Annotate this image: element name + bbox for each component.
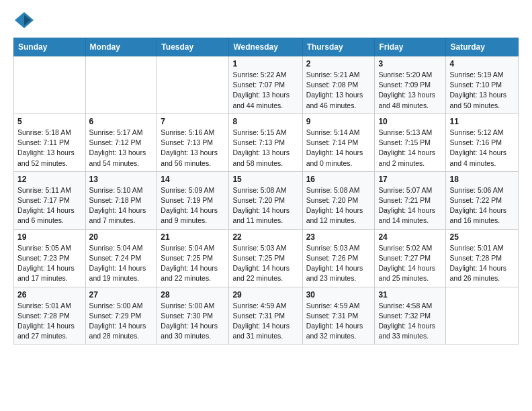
day-cell: 14Sunrise: 5:09 AM Sunset: 7:19 PM Dayli… — [157, 171, 229, 229]
week-row-3: 12Sunrise: 5:11 AM Sunset: 7:17 PM Dayli… — [14, 171, 519, 229]
day-cell: 27Sunrise: 5:00 AM Sunset: 7:29 PM Dayli… — [85, 287, 157, 345]
week-row-1: 1Sunrise: 5:22 AM Sunset: 7:07 PM Daylig… — [14, 56, 519, 114]
day-info: Sunrise: 5:09 AM Sunset: 7:19 PM Dayligh… — [161, 185, 225, 226]
day-info: Sunrise: 5:15 AM Sunset: 7:13 PM Dayligh… — [232, 128, 298, 169]
day-info: Sunrise: 5:06 AM Sunset: 7:22 PM Dayligh… — [449, 185, 515, 226]
day-number: 3 — [378, 59, 442, 68]
day-cell: 6Sunrise: 5:17 AM Sunset: 7:12 PM Daylig… — [85, 113, 157, 171]
header-cell-sunday: Sunday — [14, 38, 86, 56]
day-cell — [14, 56, 86, 114]
day-info: Sunrise: 5:01 AM Sunset: 7:28 PM Dayligh… — [449, 243, 515, 284]
day-cell: 4Sunrise: 5:19 AM Sunset: 7:10 PM Daylig… — [446, 56, 519, 114]
day-info: Sunrise: 4:59 AM Sunset: 7:31 PM Dayligh… — [232, 301, 298, 342]
day-cell: 26Sunrise: 5:01 AM Sunset: 7:28 PM Dayli… — [14, 287, 86, 345]
header-row: SundayMondayTuesdayWednesdayThursdayFrid… — [14, 38, 519, 56]
logo-icon — [13, 11, 35, 30]
header-cell-friday: Friday — [375, 38, 446, 56]
day-info: Sunrise: 5:00 AM Sunset: 7:29 PM Dayligh… — [89, 301, 154, 342]
day-number: 16 — [306, 175, 371, 184]
day-info: Sunrise: 5:12 AM Sunset: 7:16 PM Dayligh… — [449, 128, 515, 169]
day-cell: 30Sunrise: 4:59 AM Sunset: 7:31 PM Dayli… — [302, 287, 375, 345]
day-cell: 20Sunrise: 5:04 AM Sunset: 7:24 PM Dayli… — [85, 229, 157, 287]
day-info: Sunrise: 5:17 AM Sunset: 7:12 PM Dayligh… — [89, 128, 154, 169]
day-number: 8 — [232, 117, 298, 126]
day-cell: 8Sunrise: 5:15 AM Sunset: 7:13 PM Daylig… — [229, 113, 302, 171]
day-info: Sunrise: 5:07 AM Sunset: 7:21 PM Dayligh… — [378, 185, 442, 226]
header-cell-thursday: Thursday — [302, 38, 375, 56]
day-info: Sunrise: 5:03 AM Sunset: 7:25 PM Dayligh… — [232, 243, 298, 284]
day-number: 25 — [449, 232, 515, 242]
day-cell: 29Sunrise: 4:59 AM Sunset: 7:31 PM Dayli… — [229, 287, 302, 345]
day-number: 19 — [17, 232, 82, 242]
day-number: 20 — [89, 232, 154, 242]
day-cell: 31Sunrise: 4:58 AM Sunset: 7:32 PM Dayli… — [375, 287, 446, 345]
day-cell: 7Sunrise: 5:16 AM Sunset: 7:13 PM Daylig… — [157, 113, 229, 171]
day-cell: 18Sunrise: 5:06 AM Sunset: 7:22 PM Dayli… — [446, 171, 519, 229]
day-number: 30 — [306, 290, 371, 300]
day-info: Sunrise: 5:16 AM Sunset: 7:13 PM Dayligh… — [161, 128, 225, 169]
day-number: 2 — [306, 59, 371, 68]
day-cell: 17Sunrise: 5:07 AM Sunset: 7:21 PM Dayli… — [375, 171, 446, 229]
day-number: 9 — [306, 117, 371, 126]
day-number: 24 — [378, 232, 442, 242]
day-cell: 16Sunrise: 5:08 AM Sunset: 7:20 PM Dayli… — [302, 171, 375, 229]
day-info: Sunrise: 4:58 AM Sunset: 7:32 PM Dayligh… — [378, 301, 442, 342]
day-info: Sunrise: 5:10 AM Sunset: 7:18 PM Dayligh… — [89, 185, 154, 226]
day-info: Sunrise: 5:19 AM Sunset: 7:10 PM Dayligh… — [449, 70, 515, 111]
day-info: Sunrise: 5:05 AM Sunset: 7:23 PM Dayligh… — [17, 243, 82, 284]
day-cell: 5Sunrise: 5:18 AM Sunset: 7:11 PM Daylig… — [14, 113, 86, 171]
day-cell: 2Sunrise: 5:21 AM Sunset: 7:08 PM Daylig… — [302, 56, 375, 114]
day-info: Sunrise: 5:04 AM Sunset: 7:24 PM Dayligh… — [89, 243, 154, 284]
day-info: Sunrise: 5:01 AM Sunset: 7:28 PM Dayligh… — [17, 301, 82, 342]
week-row-5: 26Sunrise: 5:01 AM Sunset: 7:28 PM Dayli… — [14, 287, 519, 345]
day-info: Sunrise: 5:21 AM Sunset: 7:08 PM Dayligh… — [306, 70, 371, 111]
day-number: 13 — [89, 175, 154, 184]
day-cell: 15Sunrise: 5:08 AM Sunset: 7:20 PM Dayli… — [229, 171, 302, 229]
day-number: 1 — [232, 59, 298, 68]
header-cell-saturday: Saturday — [446, 38, 519, 56]
day-number: 10 — [378, 117, 442, 126]
day-cell — [446, 287, 519, 345]
day-number: 6 — [89, 117, 154, 126]
day-info: Sunrise: 5:20 AM Sunset: 7:09 PM Dayligh… — [378, 70, 442, 111]
day-cell: 21Sunrise: 5:04 AM Sunset: 7:25 PM Dayli… — [157, 229, 229, 287]
day-number: 14 — [161, 175, 225, 184]
day-cell: 22Sunrise: 5:03 AM Sunset: 7:25 PM Dayli… — [229, 229, 302, 287]
day-number: 17 — [378, 175, 442, 184]
day-info: Sunrise: 5:02 AM Sunset: 7:27 PM Dayligh… — [378, 243, 442, 284]
day-number: 23 — [306, 232, 371, 242]
day-info: Sunrise: 5:08 AM Sunset: 7:20 PM Dayligh… — [306, 185, 371, 226]
day-cell: 13Sunrise: 5:10 AM Sunset: 7:18 PM Dayli… — [85, 171, 157, 229]
day-number: 22 — [232, 232, 298, 242]
day-info: Sunrise: 5:18 AM Sunset: 7:11 PM Dayligh… — [17, 128, 82, 169]
header-cell-wednesday: Wednesday — [229, 38, 302, 56]
day-cell: 28Sunrise: 5:00 AM Sunset: 7:30 PM Dayli… — [157, 287, 229, 345]
day-info: Sunrise: 5:11 AM Sunset: 7:17 PM Dayligh… — [17, 185, 82, 226]
day-info: Sunrise: 5:03 AM Sunset: 7:26 PM Dayligh… — [306, 243, 371, 284]
day-cell: 11Sunrise: 5:12 AM Sunset: 7:16 PM Dayli… — [446, 113, 519, 171]
day-number: 28 — [161, 290, 225, 300]
day-number: 7 — [161, 117, 225, 126]
day-cell: 9Sunrise: 5:14 AM Sunset: 7:14 PM Daylig… — [302, 113, 375, 171]
week-row-4: 19Sunrise: 5:05 AM Sunset: 7:23 PM Dayli… — [14, 229, 519, 287]
day-number: 18 — [449, 175, 515, 184]
header — [13, 11, 519, 30]
day-cell — [85, 56, 157, 114]
day-info: Sunrise: 5:04 AM Sunset: 7:25 PM Dayligh… — [161, 243, 225, 284]
day-cell — [157, 56, 229, 114]
day-info: Sunrise: 5:08 AM Sunset: 7:20 PM Dayligh… — [232, 185, 298, 226]
day-cell: 12Sunrise: 5:11 AM Sunset: 7:17 PM Dayli… — [14, 171, 86, 229]
day-number: 11 — [449, 117, 515, 126]
day-info: Sunrise: 5:00 AM Sunset: 7:30 PM Dayligh… — [161, 301, 225, 342]
header-cell-monday: Monday — [85, 38, 157, 56]
page: SundayMondayTuesdayWednesdayThursdayFrid… — [0, 0, 532, 355]
day-number: 12 — [17, 175, 82, 184]
day-cell: 3Sunrise: 5:20 AM Sunset: 7:09 PM Daylig… — [375, 56, 446, 114]
day-number: 27 — [89, 290, 154, 300]
logo — [13, 11, 36, 30]
week-row-2: 5Sunrise: 5:18 AM Sunset: 7:11 PM Daylig… — [14, 113, 519, 171]
day-number: 29 — [232, 290, 298, 300]
day-number: 5 — [17, 117, 82, 126]
day-cell: 1Sunrise: 5:22 AM Sunset: 7:07 PM Daylig… — [229, 56, 302, 114]
day-number: 4 — [449, 59, 515, 68]
